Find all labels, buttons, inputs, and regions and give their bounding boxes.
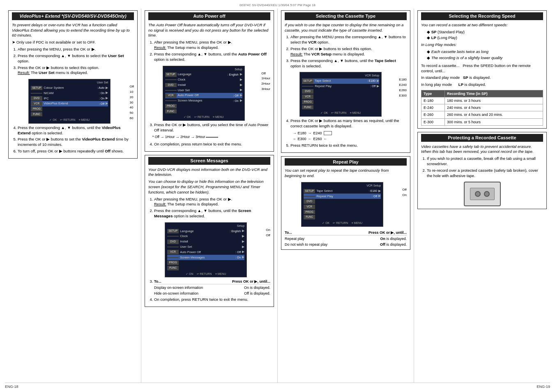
protect-step-2: To re-record over a protected cassette (… bbox=[427, 168, 543, 179]
protecting-steps: If you wish to protect a cassette, break… bbox=[421, 156, 543, 178]
screen-messages-section: Screen Messages Your DVD-VCR displays mo… bbox=[145, 155, 274, 307]
protect-step-1: If you wish to protect a cassette, break… bbox=[427, 156, 543, 167]
rec-type-e180: E-180 bbox=[421, 97, 445, 104]
rp-row-func: FUNC bbox=[304, 214, 381, 220]
rs-long-play-label: In Long Play modes: bbox=[421, 42, 543, 48]
rs-lp-mode-1: Each cassette lasts twice as long bbox=[427, 49, 543, 55]
recording-speed-title: Selecting the Recording Speed bbox=[421, 12, 543, 20]
sm-row-vcr: VCR Auto Power Off : Off ▶ bbox=[167, 249, 244, 255]
rp-row-dvd: DVD bbox=[304, 199, 381, 204]
auto-power-section: Auto Power off The Auto Power Off featur… bbox=[145, 10, 274, 152]
menu-row-prog: PROG bbox=[31, 106, 108, 112]
sm-intro2: You can choose to display or hide this i… bbox=[148, 179, 270, 195]
rp-row-vcr: VCR bbox=[304, 204, 381, 210]
ct-row-dvd: DVD bbox=[302, 89, 379, 94]
repeat-play-section: Repeat Play You can set repeat play to r… bbox=[281, 156, 410, 250]
sm-row-setup: SETUP Language : English ▶ bbox=[167, 228, 244, 234]
videoplus-title: VideoPlus+ Extend *(SV-DVD540/SV-DVD545O… bbox=[12, 12, 134, 20]
ct-side-values: E180 E240 E260 E300 bbox=[399, 70, 407, 98]
sm-press-label: Press OK or ▶, until... bbox=[232, 279, 270, 284]
user-set-menu: User Set SETUP Colour System : Auto ▶ NI… bbox=[28, 79, 111, 124]
rs-standard-note: In standard play mode SP is displayed. bbox=[421, 75, 543, 81]
func-icon: FUNC bbox=[31, 112, 42, 117]
menu-row-vcr-vp: VCR VideoPlus Extend : Off ▶ bbox=[31, 101, 108, 106]
rs-record-note: To record a cassette... Press the SPEED … bbox=[421, 63, 543, 74]
sm-row-dvd: DVD Install ▶ bbox=[167, 239, 244, 244]
rec-row-e300: E-300 300 mins. or 5 hours bbox=[421, 118, 543, 125]
ct-step-1: After pressing the MENU press the corres… bbox=[290, 35, 407, 45]
rec-time-e260: 260 mins. or 4 hours and 20 mins. bbox=[444, 111, 543, 118]
setup-icon-rp: SETUP bbox=[304, 189, 315, 194]
repeat-menu: VCR Setup SETUP Tape Select : E180 ▶ Rep… bbox=[301, 182, 383, 227]
rp-side-values: Off On bbox=[402, 180, 407, 198]
repeat-play-intro: You can set repeat play to repeat the ta… bbox=[285, 168, 407, 179]
sm-step-3-container: To... Press OK or ▶, until... Display on… bbox=[154, 279, 270, 296]
sm-intro1: Your DVD-VCR displays most information b… bbox=[148, 167, 270, 178]
auto-power-intro: The Auto Power Off feature automatically… bbox=[148, 23, 270, 38]
ap-row-clock: Clock ▶ bbox=[165, 77, 242, 83]
repeat-table-container: To... Press OK or ▶, until... Repeat pla… bbox=[285, 230, 407, 247]
sm-row-prog: PROG bbox=[167, 260, 244, 265]
setup-header-ap: Setup bbox=[165, 67, 242, 71]
step-3: Press the OK or ▶ buttons to select this… bbox=[18, 65, 134, 76]
e-flow-row1: → E180 → E240 bbox=[293, 131, 407, 136]
repeat-table-row2: Do not wish to repeat play Off is displa… bbox=[285, 242, 407, 247]
sm-table-row1: Display on-screen information On is disp… bbox=[154, 285, 270, 290]
repeat-play-title: Repeat Play bbox=[285, 158, 407, 166]
rs-long-play-modes: Each cassette lasts twice as long The re… bbox=[421, 49, 543, 61]
e-flow-diagram: → E180 → E240 ← E300 ← E260 ← bbox=[293, 131, 407, 141]
vcr-icon-ct: VCR bbox=[302, 95, 313, 99]
sm-result-1: On is displayed. bbox=[244, 285, 270, 290]
videoplus-section: VideoPlus+ Extend *(SV-DVD540/SV-DVD545O… bbox=[8, 10, 138, 159]
column-1: VideoPlus+ Extend *(SV-DVD540/SV-DVD545O… bbox=[5, 9, 141, 383]
rp-action-1: Repeat play bbox=[285, 236, 304, 241]
rec-row-e180: E-180 180 mins. or 3 hours bbox=[421, 97, 543, 104]
cassette-menu-container: VCR Setup SETUP Tape Select : E180 ▶ Rep… bbox=[285, 70, 407, 118]
sm-row-func: FUNC bbox=[167, 265, 244, 271]
ct-row-func: FUNC bbox=[302, 105, 379, 110]
protecting-section: Protecting a Recorded Cassette Video cas… bbox=[417, 132, 547, 210]
recording-table: Type Recording Time (in SP) E-180 180 mi… bbox=[421, 90, 543, 126]
ap-row-func: FUNC bbox=[165, 109, 242, 114]
rec-type-e260: E-260 bbox=[421, 111, 445, 118]
func-icon-rp: FUNC bbox=[304, 215, 315, 219]
sm-steps-3-4: To... Press OK or ▶, until... Display on… bbox=[148, 279, 270, 302]
blank-ct bbox=[302, 86, 313, 87]
ct-menu-bottom: ✓ OK ↩ RETURN ≡ MENU bbox=[302, 111, 379, 115]
vcr-icon-sm: VCR bbox=[167, 250, 179, 254]
sm-row-userset: User Set ▶ bbox=[167, 244, 244, 250]
cassette-menu: VCR Setup SETUP Tape Select : E180 ▶ Rep… bbox=[299, 72, 382, 117]
e-flow-row2: ← E300 ← E260 ← bbox=[293, 136, 407, 141]
step-2: Press the corresponding ▲, ▼ buttons to … bbox=[18, 53, 134, 64]
func-icon-ct: FUNC bbox=[302, 105, 313, 110]
auto-power-menu: Setup SETUP Language : English ▶ Clock ▶ bbox=[163, 66, 245, 121]
step-4: Press the corresponding ▲, ▼ buttons, un… bbox=[18, 125, 134, 136]
ap-steps-3-4: Press the OK or ▶ buttons, until you sel… bbox=[148, 122, 270, 133]
ap-step-2: Press the corresponding ▲, ▼ buttons, un… bbox=[154, 52, 270, 62]
rs-speeds: SP (Standard Play) LP (Long Play) bbox=[421, 30, 543, 41]
vcr-setup-header: VCR Setup bbox=[302, 74, 379, 77]
rec-type-e240: E-240 bbox=[421, 104, 445, 111]
cassette-illustration bbox=[421, 182, 543, 206]
rec-table-type-header: Type bbox=[421, 90, 445, 97]
videoplus-intro: To prevent delays or over-runs the VCR h… bbox=[12, 23, 134, 38]
ap-step-3: Press the OK or ▶ buttons, until you sel… bbox=[154, 122, 270, 133]
repeat-table-row1: Repeat play On is displayed. bbox=[285, 236, 407, 241]
ap-side-values: Off 1Hour 2Hour 3Hour bbox=[261, 64, 270, 92]
sm-result-2: Off is displayed. bbox=[244, 291, 270, 296]
menu-row-dvd: DVD IPC : On ▶ bbox=[31, 96, 108, 101]
func-icon-ap: FUNC bbox=[165, 109, 177, 114]
menu-row-setup: SETUP Colour System : Auto ▶ bbox=[31, 85, 108, 91]
setup-icon: SETUP bbox=[31, 86, 42, 90]
sm-row-clock: Clock ▶ bbox=[167, 234, 244, 239]
cassette-steps: After pressing the MENU press the corres… bbox=[285, 35, 407, 69]
ct-row-tape: SETUP Tape Select : E180 ▶ bbox=[302, 78, 379, 84]
rec-row-e260: E-260 260 mins. or 4 hours and 20 mins. bbox=[421, 111, 543, 118]
ap-row-setup: SETUP Language : English ▶ bbox=[165, 72, 242, 77]
rp-row-tape: SETUP Tape Select : E180 ▶ bbox=[304, 189, 381, 194]
prog-icon-ap: PROG bbox=[165, 104, 177, 108]
func-icon-sm: FUNC bbox=[167, 266, 179, 270]
rp-result-1: On is displayed. bbox=[380, 236, 407, 241]
vcr-icon-rp: VCR bbox=[304, 205, 315, 209]
sm-step-2: Press the corresponding ▲, ▼ buttons, un… bbox=[154, 208, 270, 219]
